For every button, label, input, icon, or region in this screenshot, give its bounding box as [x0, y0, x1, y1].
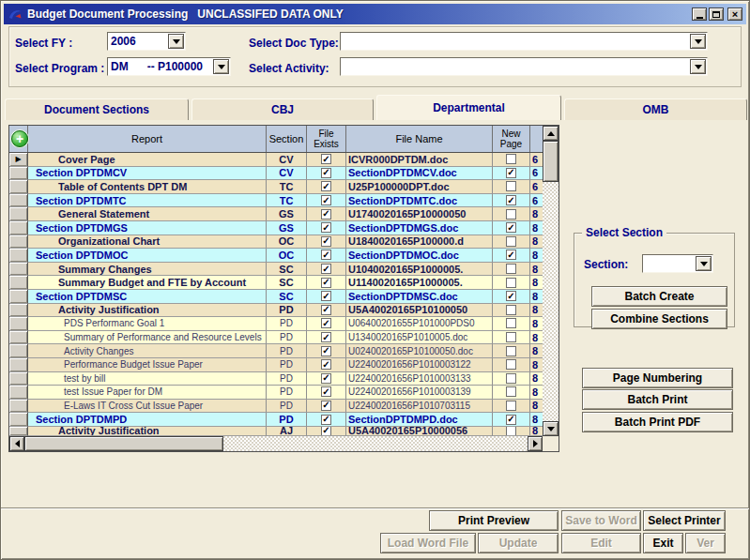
grid-row[interactable]: Activity ChangesPD✓U0240020165P10100050.…: [9, 344, 543, 358]
cell-file-name[interactable]: SectionDPTDMOC.doc: [346, 249, 493, 263]
fy-combobox[interactable]: 2006: [107, 32, 186, 51]
file-exists-checkbox[interactable]: ✓: [321, 415, 331, 425]
cell-file-exists[interactable]: ✓: [307, 344, 346, 358]
row-selector[interactable]: [9, 180, 28, 194]
cell-file-exists[interactable]: ✓: [307, 276, 346, 290]
grid-row[interactable]: Performance Budget Issue PaperPD✓U224002…: [9, 358, 543, 372]
batch-print-button[interactable]: Batch Print: [582, 389, 733, 410]
maximize-icon[interactable]: [709, 8, 724, 21]
ver-button[interactable]: Ver: [685, 533, 726, 553]
cell-section[interactable]: PD: [267, 400, 307, 414]
grid-row[interactable]: ▶Cover PageCV✓ICVR000DPTDM.doc6: [9, 153, 543, 167]
activity-combobox[interactable]: [340, 57, 708, 76]
cell-file-exists[interactable]: ✓: [307, 194, 346, 208]
cell-report[interactable]: PDS Performanc Goal 1: [28, 317, 267, 331]
file-exists-checkbox[interactable]: ✓: [321, 427, 331, 436]
file-exists-checkbox[interactable]: ✓: [321, 209, 331, 219]
grid-row[interactable]: PDS Performanc Goal 1PD✓U06400201655P101…: [9, 317, 543, 331]
print-preview-button[interactable]: Print Preview: [429, 510, 559, 531]
cell-file-exists[interactable]: ✓: [307, 167, 346, 181]
vertical-scroll-thumb[interactable]: [543, 141, 559, 182]
update-button[interactable]: Update: [478, 533, 559, 553]
new-page-checkbox[interactable]: [506, 236, 516, 247]
cell-file-name[interactable]: U22400201656P1010003122: [346, 358, 493, 372]
cell-section[interactable]: GS: [267, 221, 307, 235]
new-page-checkbox[interactable]: [506, 264, 516, 274]
cell-section[interactable]: PD: [267, 372, 307, 386]
cell-section[interactable]: OC: [267, 249, 307, 263]
cell-new-page[interactable]: [493, 276, 530, 290]
grid-row[interactable]: Activity JustificationAJ✓U5A40020165P100…: [9, 427, 543, 436]
cell-new-page[interactable]: [493, 304, 530, 318]
cell-section[interactable]: SC: [267, 290, 307, 304]
cell-file-name[interactable]: U1840020165P100000.d: [346, 235, 493, 250]
cell-report[interactable]: Section DPTDMSC: [28, 290, 267, 304]
save-to-word-button[interactable]: Save to Word: [561, 510, 641, 531]
cell-file-exists[interactable]: ✓: [307, 331, 346, 345]
row-selector[interactable]: [9, 194, 28, 208]
new-page-checkbox[interactable]: ✓: [506, 195, 516, 205]
new-page-checkbox[interactable]: [506, 346, 516, 356]
row-selector[interactable]: [9, 372, 28, 386]
cell-file-exists[interactable]: ✓: [307, 153, 346, 167]
cell-file-name[interactable]: U22400201656P1010703115: [346, 400, 493, 414]
new-page-checkbox[interactable]: [506, 318, 516, 328]
row-selector[interactable]: [9, 249, 28, 263]
cell-file-exists[interactable]: ✓: [307, 317, 346, 331]
file-exists-checkbox[interactable]: ✓: [321, 222, 331, 233]
new-page-checkbox[interactable]: [506, 305, 516, 315]
cell-report[interactable]: Activity Changes: [28, 344, 267, 358]
doc-type-combobox[interactable]: [340, 32, 708, 51]
cell-report[interactable]: test by bill: [28, 372, 267, 386]
cell-new-page[interactable]: [493, 153, 530, 167]
exit-button[interactable]: Exit: [643, 533, 683, 553]
row-selector[interactable]: [9, 290, 28, 304]
chevron-down-icon[interactable]: [690, 34, 706, 49]
cell-file-name[interactable]: U5A40020165P10100050: [346, 304, 493, 318]
row-selector[interactable]: [9, 386, 28, 400]
row-selector[interactable]: [9, 331, 28, 345]
cell-new-page[interactable]: [493, 331, 530, 345]
tab-cbj[interactable]: CBJ: [191, 98, 374, 120]
grid-row[interactable]: Summary ChangesSC✓U1040020165P1000005.8: [9, 263, 543, 277]
cell-file-exists[interactable]: ✓: [307, 413, 346, 427]
chevron-down-icon[interactable]: [168, 34, 184, 49]
cell-file-name[interactable]: U25P100000DPT.doc: [346, 180, 493, 194]
cell-file-exists[interactable]: ✓: [307, 221, 346, 235]
cell-section[interactable]: AJ: [267, 427, 307, 436]
cell-report[interactable]: Summary Changes: [28, 263, 267, 277]
file-exists-checkbox[interactable]: ✓: [321, 168, 331, 178]
row-selector[interactable]: [9, 317, 28, 331]
new-page-checkbox[interactable]: [506, 181, 516, 191]
cell-report[interactable]: Cover Page: [28, 153, 267, 167]
grid-row[interactable]: Table of Contents DPT DMTC✓U25P100000DPT…: [9, 180, 543, 194]
grid-row[interactable]: Section DPTDMCVCV✓SectionDPTDMCV.doc✓6: [9, 167, 543, 181]
new-page-checkbox[interactable]: ✓: [506, 222, 516, 233]
horizontal-scroll-thumb[interactable]: [24, 436, 223, 451]
chevron-down-icon[interactable]: [690, 59, 706, 74]
cell-section[interactable]: TC: [267, 194, 307, 208]
cell-report[interactable]: Performance Budget Issue Paper: [28, 358, 267, 372]
tab-document-sections[interactable]: Document Sections: [5, 98, 189, 120]
cell-new-page[interactable]: ✓: [493, 290, 530, 304]
batch-print-pdf-button[interactable]: Batch Print PDF: [582, 412, 733, 432]
cell-file-exists[interactable]: ✓: [307, 400, 346, 414]
chevron-down-icon[interactable]: [213, 59, 229, 74]
cell-file-name[interactable]: U1740020165P10000050: [346, 207, 493, 221]
cell-section[interactable]: CV: [267, 153, 307, 167]
cell-report[interactable]: Section DPTDMOC: [28, 249, 267, 263]
cell-file-exists[interactable]: ✓: [307, 207, 346, 221]
page-numbering-button[interactable]: Page Numbering: [582, 368, 733, 388]
cell-file-exists[interactable]: ✓: [307, 263, 346, 277]
grid-row[interactable]: test by billPD✓U22400201656P10100031338: [9, 372, 543, 386]
new-page-checkbox[interactable]: ✓: [506, 291, 516, 301]
cell-section[interactable]: SC: [267, 276, 307, 290]
grid-row[interactable]: Summary Budget and FTE by AccountSC✓U114…: [9, 276, 543, 290]
file-exists-checkbox[interactable]: ✓: [321, 236, 331, 247]
cell-file-name[interactable]: SectionDPTDMSC.doc: [346, 290, 493, 304]
row-selector[interactable]: [9, 304, 28, 318]
cell-section[interactable]: PD: [267, 386, 307, 400]
cell-new-page[interactable]: [493, 263, 530, 277]
cell-section[interactable]: PD: [267, 344, 307, 358]
cell-new-page[interactable]: [493, 180, 530, 194]
